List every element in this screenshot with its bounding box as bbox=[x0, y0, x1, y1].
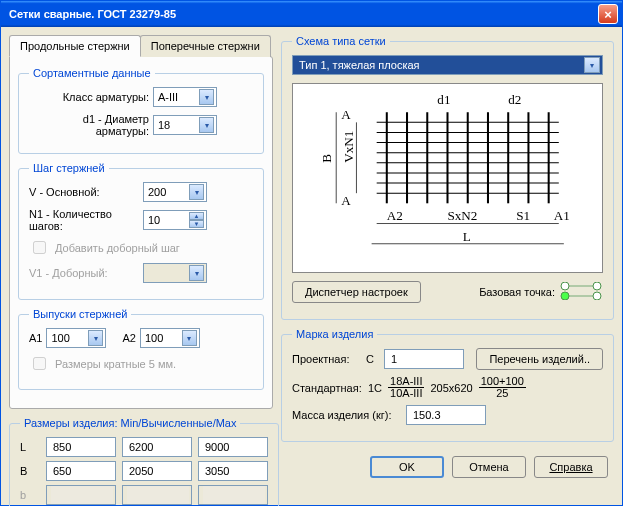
svg-text:SxN2: SxN2 bbox=[448, 208, 478, 223]
schema-diagram: d1 d2 A B VxN1 A A2 SxN2 S1 A1 L bbox=[292, 83, 603, 273]
std-label: Стандартная: bbox=[292, 382, 362, 394]
mass-input[interactable] bbox=[406, 405, 486, 425]
spin-up-icon[interactable]: ▲ bbox=[189, 212, 204, 220]
B-calc-input[interactable] bbox=[122, 461, 192, 481]
ok-button[interactable]: OK bbox=[370, 456, 444, 478]
n1-value: 10 bbox=[148, 214, 160, 226]
product-list-button[interactable]: Перечень изделий.. bbox=[476, 348, 603, 370]
size-b-label: b bbox=[20, 489, 40, 501]
class-value: A-III bbox=[158, 91, 178, 103]
v-label: V - Основной: bbox=[29, 186, 139, 198]
svg-text:A: A bbox=[341, 193, 351, 208]
window-title: Сетки сварные. ГОСТ 23279-85 bbox=[9, 8, 598, 20]
mass-label: Масса изделия (кг): bbox=[292, 409, 402, 421]
a1-label: A1 bbox=[29, 332, 42, 344]
schema-type-value: Тип 1, тяжелая плоская bbox=[299, 59, 420, 71]
svg-text:VxN1: VxN1 bbox=[341, 131, 356, 163]
b-max-input bbox=[198, 485, 268, 505]
a2-label: A2 bbox=[122, 332, 135, 344]
cancel-button[interactable]: Отмена bbox=[452, 456, 526, 478]
size-B-label: B bbox=[20, 465, 40, 477]
dispatch-button[interactable]: Диспетчер настроек bbox=[292, 281, 421, 303]
size-L-label: L bbox=[20, 441, 40, 453]
svg-text:A1: A1 bbox=[554, 208, 570, 223]
schema-group: Схема типа сетки Тип 1, тяжелая плоская … bbox=[281, 35, 614, 320]
schema-legend: Схема типа сетки bbox=[292, 35, 390, 47]
step-group: Шаг стержней V - Основной: 200▾ N1 - Кол… bbox=[18, 162, 264, 300]
help-button[interactable]: Справка bbox=[534, 456, 608, 478]
assortment-legend: Сортаментные данные bbox=[29, 67, 155, 79]
std-mid: 205x620 bbox=[430, 382, 472, 394]
close-button[interactable]: × bbox=[598, 4, 618, 24]
b-calc-input bbox=[122, 485, 192, 505]
d1-label: d1 - Диаметр арматуры: bbox=[29, 113, 149, 137]
titlebar: Сетки сварные. ГОСТ 23279-85 × bbox=[1, 1, 622, 27]
svg-point-34 bbox=[561, 282, 569, 290]
svg-point-36 bbox=[561, 292, 569, 300]
dialog-window: Сетки сварные. ГОСТ 23279-85 × Продольны… bbox=[0, 0, 623, 506]
B-min-input[interactable] bbox=[46, 461, 116, 481]
tab-longitudinal[interactable]: Продольные стержни bbox=[9, 35, 141, 57]
svg-text:A: A bbox=[341, 107, 351, 122]
assortment-group: Сортаментные данные Класс арматуры: A-II… bbox=[18, 67, 264, 154]
chevron-down-icon: ▾ bbox=[88, 330, 103, 346]
step-legend: Шаг стержней bbox=[29, 162, 109, 174]
class-combo[interactable]: A-III▾ bbox=[153, 87, 217, 107]
chevron-down-icon: ▾ bbox=[182, 330, 197, 346]
mult5-checkbox bbox=[33, 357, 46, 370]
chevron-down-icon: ▾ bbox=[189, 184, 204, 200]
a1-value: 100 bbox=[51, 332, 69, 344]
n1-spin[interactable]: 10 ▲▼ bbox=[143, 210, 207, 230]
std-frac1: 18A-III 10A-III bbox=[388, 376, 424, 399]
basepoint-label: Базовая точка: bbox=[479, 286, 555, 298]
rod-tabs: Продольные стержни Поперечные стержни Со… bbox=[9, 35, 273, 409]
mark-group: Марка изделия Проектная: C Перечень изде… bbox=[281, 328, 614, 442]
add-extra-checkbox bbox=[33, 241, 46, 254]
mark-legend: Марка изделия bbox=[292, 328, 377, 340]
svg-point-37 bbox=[593, 292, 601, 300]
v1-combo: ▾ bbox=[143, 263, 207, 283]
std-frac2: 100+100 25 bbox=[479, 376, 526, 399]
d1-combo[interactable]: 18▾ bbox=[153, 115, 217, 135]
a2-combo[interactable]: 100▾ bbox=[140, 328, 200, 348]
schema-type-combo[interactable]: Тип 1, тяжелая плоская ▾ bbox=[292, 55, 603, 75]
a2-value: 100 bbox=[145, 332, 163, 344]
mult5-label: Размеры кратные 5 мм. bbox=[55, 358, 176, 370]
svg-point-35 bbox=[593, 282, 601, 290]
chevron-down-icon: ▾ bbox=[584, 57, 600, 73]
v1-label: V1 - Доборный: bbox=[29, 267, 139, 279]
basepoint-selector[interactable] bbox=[559, 282, 603, 302]
sizes-group: Размеры изделия: Min/Вычисленные/Max L B… bbox=[9, 417, 279, 506]
release-legend: Выпуски стержней bbox=[29, 308, 131, 320]
proj-label: Проектная: bbox=[292, 353, 362, 365]
a1-combo[interactable]: 100▾ bbox=[46, 328, 106, 348]
svg-text:d2: d2 bbox=[508, 92, 521, 107]
add-extra-label: Добавить доборный шаг bbox=[55, 242, 180, 254]
std-prefix: 1C bbox=[368, 382, 382, 394]
B-max-input[interactable] bbox=[198, 461, 268, 481]
v-value: 200 bbox=[148, 186, 166, 198]
chevron-down-icon: ▾ bbox=[189, 265, 204, 281]
L-calc-input[interactable] bbox=[122, 437, 192, 457]
chevron-down-icon: ▾ bbox=[199, 89, 214, 105]
proj-prefix: C bbox=[366, 353, 380, 365]
L-min-input[interactable] bbox=[46, 437, 116, 457]
proj-input[interactable] bbox=[384, 349, 464, 369]
svg-text:S1: S1 bbox=[516, 208, 530, 223]
svg-text:A2: A2 bbox=[387, 208, 403, 223]
L-max-input[interactable] bbox=[198, 437, 268, 457]
n1-label: N1 - Количество шагов: bbox=[29, 208, 139, 232]
svg-text:B: B bbox=[319, 154, 334, 163]
spin-down-icon[interactable]: ▼ bbox=[189, 220, 204, 228]
class-label: Класс арматуры: bbox=[29, 91, 149, 103]
sizes-legend: Размеры изделия: Min/Вычисленные/Max bbox=[20, 417, 240, 429]
v-combo[interactable]: 200▾ bbox=[143, 182, 207, 202]
svg-text:d1: d1 bbox=[437, 92, 450, 107]
release-group: Выпуски стержней A1 100▾ A2 100▾ bbox=[18, 308, 264, 390]
d1-value: 18 bbox=[158, 119, 170, 131]
svg-text:L: L bbox=[463, 229, 471, 244]
tab-transverse[interactable]: Поперечные стержни bbox=[140, 35, 271, 57]
b-min-input bbox=[46, 485, 116, 505]
chevron-down-icon: ▾ bbox=[199, 117, 214, 133]
